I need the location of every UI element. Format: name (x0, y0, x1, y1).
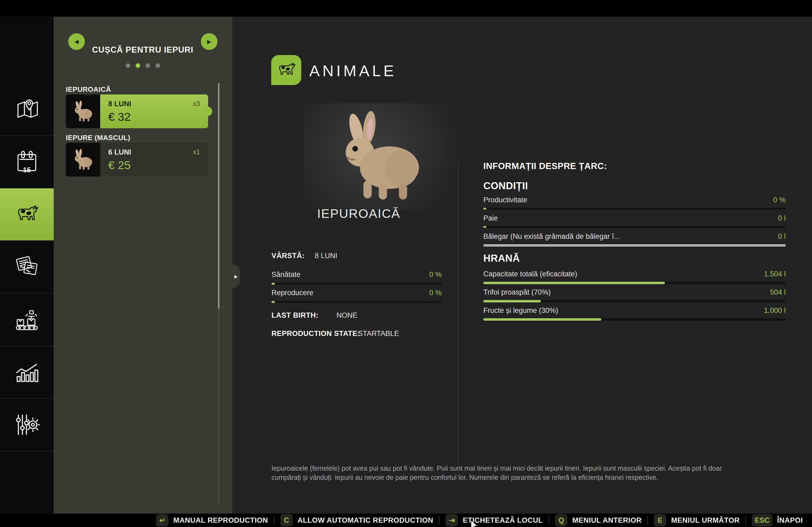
last-birth-value: NONE (336, 311, 358, 320)
rabbit-logo-illustration (585, 15, 690, 119)
calendar-day-label: 15 (23, 166, 31, 174)
animal-name: IEPUROAICĂ (272, 206, 446, 221)
animal-price: € 32 (108, 110, 201, 123)
row-arrow-icon: ▶ (206, 109, 210, 115)
hotbar-label: ÎNAPOI (777, 516, 803, 525)
rabbit-thumb-icon (69, 100, 97, 123)
food-bar (483, 300, 786, 302)
animal-list-item[interactable]: 6 LUNI € 25 x1 (66, 143, 208, 177)
food-label: Fructe și legume (30%) (483, 306, 558, 315)
sidebar-item-statistics[interactable] (0, 346, 54, 399)
list-section-label: IEPUROAICĂ (66, 85, 211, 94)
animal-thumbnail (66, 143, 100, 177)
top-letterbox-bar (0, 0, 812, 17)
reproduction-bar-fill (272, 301, 275, 303)
conditions-heading: CONDIȚII (483, 180, 528, 192)
pager-dot[interactable] (146, 63, 150, 68)
animal-list-item-selected[interactable]: 8 LUNI € 32 x3 ▶ (66, 94, 208, 128)
hotbar-separator (439, 516, 439, 525)
reproduction-bar (272, 301, 442, 303)
animals-menu-screen: 15 ▶ ◀ CUȘCĂ PENTRU IEPURI ▶ IEPUROAICĂ (0, 0, 812, 527)
pen-info-title: INFORMAȚII DESPRE ȚARC: (483, 161, 607, 171)
hotbar-separator (745, 516, 746, 525)
hotbar-tag-place[interactable]: ⇥ ETICHETEAZĂ LOCUL (446, 514, 543, 526)
pager-dot[interactable] (135, 63, 140, 68)
e-key-badge: E (654, 514, 666, 526)
sidebar-item-animals[interactable] (0, 189, 54, 240)
sidebar-item-calendar[interactable]: 15 (0, 136, 54, 189)
sidebar-item-map[interactable] (0, 83, 54, 136)
age-value: 8 LUNI (315, 252, 337, 260)
hotbar-previous-menu[interactable]: Q MENIUL ANTERIOR (555, 514, 641, 526)
list-scrollbar-thumb[interactable] (218, 83, 219, 308)
animal-price: € 25 (108, 159, 201, 172)
esc-key-badge: ESC (752, 514, 772, 526)
sidebar-item-production[interactable] (0, 293, 54, 346)
condition-label: Bălegar (Nu există grămadă de bălegar î.… (483, 232, 620, 241)
condition-bar (483, 208, 786, 210)
enter-key-icon: ↵ (156, 514, 168, 526)
hotbar-separator (549, 516, 549, 525)
next-arrow-icon: ▶ (207, 39, 211, 45)
condition-bar (483, 244, 786, 246)
condition-bar-fill (483, 208, 486, 210)
animals-section-icon (271, 55, 301, 85)
condition-value: 0 % (720, 196, 786, 204)
hotbar-separator (648, 516, 648, 525)
sidebar-item-settings[interactable] (0, 399, 54, 451)
reproduction-state-label: REPRODUCTION STATE: (272, 330, 360, 338)
list-section-label: IEPURE (MASCUL) (66, 134, 211, 142)
map-icon (14, 96, 40, 122)
tab-key-icon: ⇥ (446, 514, 458, 526)
rabbit-preview-image (321, 109, 439, 205)
c-key-badge: C (280, 514, 293, 526)
animal-thumbnail (66, 94, 100, 128)
q-key-badge: Q (555, 514, 567, 526)
food-label: Capacitate totală (eficacitate) (483, 270, 577, 278)
column-divider (458, 161, 458, 470)
contracts-icon (14, 254, 40, 280)
sidebar-nav: 15 (0, 17, 54, 514)
cow-icon (275, 62, 298, 78)
food-bar (483, 282, 786, 284)
animal-row-body: 8 LUNI € 32 x3 ▶ (100, 94, 208, 128)
hotbar-back[interactable]: ESC ÎNAPOI (752, 514, 803, 526)
condition-bar (483, 226, 786, 228)
condition-bar-fill (483, 244, 786, 246)
food-bar (483, 318, 786, 321)
health-label: Sănătate (272, 270, 301, 279)
production-icon (14, 307, 40, 332)
food-heading: HRANĂ (483, 253, 520, 264)
condition-label: Paie (483, 214, 498, 223)
pen-title: CUȘCĂ PENTRU IEPURI (68, 40, 217, 60)
food-bar-fill (483, 300, 541, 302)
hotbar-allow-automatic-reproduction[interactable]: C ALLOW AUTOMATIC REPRODUCTION (280, 514, 433, 526)
last-birth-label: LAST BIRTH: (272, 311, 318, 320)
animal-3d-preview (303, 103, 456, 211)
hotbar-manual-reproduction[interactable]: ↵ MANUAL REPRODUCTION (156, 514, 268, 526)
pager-dot[interactable] (156, 63, 160, 68)
hotbar-label: MANUAL REPRODUCTION (173, 516, 268, 525)
food-value: 1.000 l (720, 306, 786, 315)
hotbar-label: MENIUL URMĂTOR (671, 516, 740, 525)
sidebar-item-contracts[interactable] (0, 241, 54, 293)
condition-bar-fill (483, 226, 486, 228)
mouse-cursor (470, 520, 480, 527)
rabbit-thumb-icon (69, 148, 97, 171)
pager-dot[interactable] (126, 63, 130, 68)
hotbar-label: ALLOW AUTOMATIC REPRODUCTION (298, 516, 433, 525)
page-title: ANIMALE (309, 62, 396, 80)
health-value: 0 % (376, 270, 442, 279)
cow-icon (13, 205, 41, 224)
reproduction-state-value: STARTABLE (358, 330, 399, 338)
animal-count: x1 (193, 148, 200, 156)
statistics-icon (14, 359, 40, 385)
settings-icon (14, 412, 40, 438)
food-bar-fill (483, 318, 601, 321)
health-bar (272, 283, 442, 285)
animal-age: 8 LUNI (108, 100, 201, 108)
next-pen-button[interactable]: ▶ (201, 33, 218, 50)
pager-dots (68, 63, 217, 68)
panel-collapse-tab[interactable]: ▶ (232, 264, 240, 288)
hotbar-next-menu[interactable]: E MENIUL URMĂTOR (654, 514, 740, 526)
